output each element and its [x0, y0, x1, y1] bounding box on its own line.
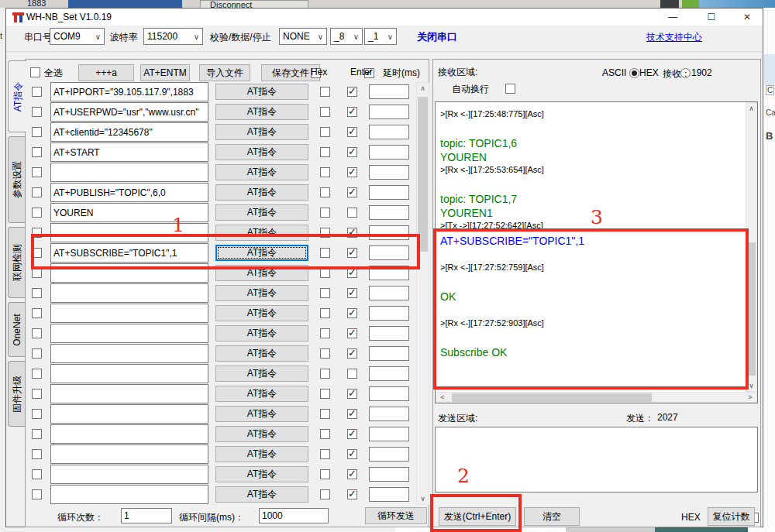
- row-hex-checkbox[interactable]: [320, 187, 330, 197]
- row-hex-checkbox[interactable]: [320, 449, 330, 459]
- row-delay-input[interactable]: [369, 145, 409, 160]
- row-select-checkbox[interactable]: [32, 409, 42, 419]
- at-command-button[interactable]: AT指令: [215, 486, 308, 503]
- row-enter-checkbox[interactable]: [347, 369, 357, 379]
- at-command-button[interactable]: AT指令: [215, 386, 308, 402]
- row-enter-checkbox[interactable]: [347, 409, 357, 419]
- at-command-button[interactable]: AT指令: [215, 265, 308, 281]
- row-delay-input[interactable]: [369, 346, 409, 361]
- scroll-down-icon[interactable]: ∨: [746, 382, 756, 390]
- row-delay-input[interactable]: [369, 245, 409, 260]
- at-command-button[interactable]: AT指令: [215, 104, 308, 120]
- row-select-checkbox[interactable]: [32, 449, 42, 459]
- loop-count-input[interactable]: [121, 508, 172, 523]
- row-enter-checkbox[interactable]: [347, 449, 357, 459]
- receive-vscrollbar[interactable]: ∧ ∨: [746, 102, 757, 392]
- row-select-checkbox[interactable]: [32, 208, 42, 218]
- command-input[interactable]: [50, 283, 208, 303]
- loop-interval-input[interactable]: [259, 508, 329, 523]
- row-select-checkbox[interactable]: [32, 187, 42, 197]
- command-input[interactable]: [50, 122, 208, 142]
- command-input[interactable]: [50, 102, 208, 122]
- scroll-down-icon[interactable]: ∨: [417, 495, 429, 503]
- row-delay-input[interactable]: [369, 185, 409, 200]
- close-port-button[interactable]: 关闭串口: [417, 30, 457, 44]
- maximize-button[interactable]: ☐: [696, 9, 727, 26]
- command-input[interactable]: [50, 364, 208, 383]
- row-delay-input[interactable]: [369, 427, 409, 441]
- row-select-checkbox[interactable]: [32, 228, 42, 238]
- row-select-checkbox[interactable]: [32, 288, 42, 298]
- row-hex-checkbox[interactable]: [320, 127, 330, 137]
- row-select-checkbox[interactable]: [32, 127, 42, 137]
- row-delay-input[interactable]: [369, 306, 409, 321]
- scrollbar-thumb[interactable]: [452, 393, 652, 402]
- row-hex-checkbox[interactable]: [320, 228, 330, 238]
- at-command-button[interactable]: AT指令: [215, 204, 308, 221]
- scroll-up-icon[interactable]: ∧: [417, 84, 429, 92]
- at-command-button[interactable]: AT指令: [215, 124, 308, 140]
- row-enter-checkbox[interactable]: [347, 167, 357, 177]
- command-input[interactable]: [50, 203, 208, 222]
- command-input[interactable]: [50, 263, 208, 283]
- clear-button[interactable]: 清空: [524, 507, 580, 526]
- at-command-button[interactable]: AT指令: [215, 446, 308, 462]
- at-command-button[interactable]: AT指令: [215, 466, 308, 482]
- minimize-button[interactable]: —: [657, 9, 688, 26]
- row-enter-checkbox[interactable]: [347, 288, 357, 298]
- baud-select[interactable]: 115200 ∨: [143, 28, 203, 45]
- row-select-checkbox[interactable]: [32, 167, 42, 177]
- row-delay-input[interactable]: [369, 125, 409, 139]
- row-hex-checkbox[interactable]: [320, 389, 330, 399]
- parity-select[interactable]: NONE ∨: [279, 28, 327, 45]
- close-button[interactable]: ✕: [732, 9, 763, 26]
- command-input[interactable]: [50, 485, 208, 504]
- at-command-button[interactable]: AT指令: [215, 84, 308, 100]
- command-input[interactable]: [50, 82, 208, 101]
- row-hex-checkbox[interactable]: [320, 469, 330, 479]
- row-delay-input[interactable]: [369, 326, 409, 341]
- row-hex-checkbox[interactable]: [320, 167, 330, 177]
- row-enter-checkbox[interactable]: [347, 228, 357, 238]
- row-hex-checkbox[interactable]: [320, 348, 330, 359]
- row-hex-checkbox[interactable]: [320, 107, 330, 117]
- scroll-left-icon[interactable]: <: [438, 393, 447, 401]
- row-hex-checkbox[interactable]: [320, 429, 330, 439]
- port-select[interactable]: COM9 ∨: [50, 28, 105, 45]
- row-select-checkbox[interactable]: [32, 248, 42, 258]
- row-hex-checkbox[interactable]: [320, 248, 330, 258]
- plus-a-button[interactable]: +++a: [78, 64, 134, 81]
- row-hex-checkbox[interactable]: [320, 147, 330, 157]
- row-delay-input[interactable]: [369, 487, 409, 502]
- row-select-checkbox[interactable]: [32, 429, 42, 439]
- command-input[interactable]: [50, 304, 208, 323]
- row-select-checkbox[interactable]: [32, 328, 42, 338]
- command-input[interactable]: [50, 384, 208, 403]
- scrollbar-thumb[interactable]: [747, 242, 756, 376]
- send-button[interactable]: 发送(Ctrl+Enter): [439, 507, 516, 526]
- row-select-checkbox[interactable]: [32, 489, 42, 499]
- reset-counter-button[interactable]: 复位计数: [708, 507, 755, 526]
- at-command-button[interactable]: AT指令: [215, 406, 308, 422]
- row-delay-input[interactable]: [369, 447, 409, 462]
- row-hex-checkbox[interactable]: [320, 288, 330, 298]
- command-input[interactable]: [50, 344, 208, 363]
- command-input[interactable]: [50, 163, 208, 182]
- at-command-button[interactable]: AT指令: [215, 144, 308, 160]
- row-delay-input[interactable]: [369, 366, 409, 381]
- command-input[interactable]: [50, 404, 208, 424]
- command-input[interactable]: [50, 324, 208, 343]
- scrollbar-thumb[interactable]: [418, 97, 428, 252]
- row-hex-checkbox[interactable]: [320, 87, 330, 97]
- row-select-checkbox[interactable]: [32, 268, 42, 278]
- row-select-checkbox[interactable]: [32, 389, 42, 399]
- row-delay-input[interactable]: [369, 225, 409, 240]
- stopbits-select[interactable]: _1 ∨: [364, 28, 397, 45]
- row-delay-input[interactable]: [369, 84, 409, 99]
- row-enter-checkbox[interactable]: [347, 348, 357, 359]
- row-enter-checkbox[interactable]: [347, 187, 357, 197]
- at-command-button[interactable]: AT指令: [215, 184, 308, 201]
- row-hex-checkbox[interactable]: [320, 409, 330, 419]
- at-command-button[interactable]: AT指令: [215, 164, 308, 180]
- row-enter-checkbox[interactable]: [347, 389, 357, 399]
